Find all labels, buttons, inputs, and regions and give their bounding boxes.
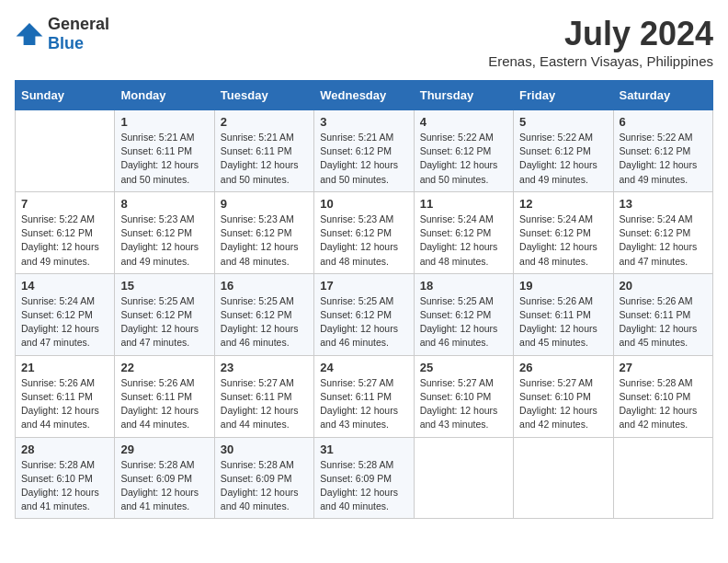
calendar-cell (414, 437, 513, 519)
day-number: 23 (221, 361, 308, 374)
day-daylight: Daylight: 12 hours and 40 minutes. (320, 487, 398, 511)
calendar-week-row: 28 Sunrise: 5:28 AM Sunset: 6:10 PM Dayl… (16, 437, 713, 519)
day-number: 7 (21, 197, 108, 211)
day-daylight: Daylight: 12 hours and 48 minutes. (221, 241, 299, 266)
calendar-cell: 14 Sunrise: 5:24 AM Sunset: 6:12 PM Dayl… (16, 273, 115, 355)
day-sunset: Sunset: 6:12 PM (420, 227, 492, 238)
calendar-week-row: 1 Sunrise: 5:21 AM Sunset: 6:11 PM Dayli… (16, 110, 713, 192)
day-sunset: Sunset: 6:11 PM (120, 145, 192, 156)
day-daylight: Daylight: 12 hours and 50 minutes. (320, 159, 398, 184)
calendar-cell: 8 Sunrise: 5:23 AM Sunset: 6:12 PM Dayli… (115, 191, 214, 273)
calendar-cell: 15 Sunrise: 5:25 AM Sunset: 6:12 PM Dayl… (115, 273, 214, 355)
weekday-header-wednesday: Wednesday (314, 81, 414, 110)
day-sunset: Sunset: 6:10 PM (420, 391, 492, 402)
day-sunrise: Sunrise: 5:21 AM (120, 132, 194, 143)
day-sunrise: Sunrise: 5:21 AM (221, 132, 294, 143)
header: General Blue July 2024 Erenas, Eastern V… (15, 15, 713, 69)
day-daylight: Daylight: 12 hours and 49 minutes. (21, 241, 99, 266)
day-sunset: Sunset: 6:12 PM (519, 227, 591, 238)
day-sunrise: Sunrise: 5:27 AM (320, 377, 393, 388)
day-sunrise: Sunrise: 5:28 AM (620, 377, 693, 388)
day-number: 26 (519, 361, 607, 374)
logo: General Blue (15, 15, 109, 53)
day-number: 20 (620, 279, 707, 293)
calendar-cell: 23 Sunrise: 5:27 AM Sunset: 6:11 PM Dayl… (214, 355, 313, 437)
weekday-header-monday: Monday (115, 81, 214, 110)
day-number: 25 (420, 361, 507, 374)
calendar-cell: 19 Sunrise: 5:26 AM Sunset: 6:11 PM Dayl… (514, 273, 613, 355)
calendar-cell: 7 Sunrise: 5:22 AM Sunset: 6:12 PM Dayli… (16, 191, 115, 273)
calendar-cell: 10 Sunrise: 5:23 AM Sunset: 6:12 PM Dayl… (314, 191, 414, 273)
day-daylight: Daylight: 12 hours and 47 minutes. (21, 323, 99, 348)
calendar-cell: 18 Sunrise: 5:25 AM Sunset: 6:12 PM Dayl… (414, 273, 513, 355)
day-daylight: Daylight: 12 hours and 46 minutes. (320, 323, 398, 348)
weekday-header-tuesday: Tuesday (214, 81, 313, 110)
calendar-cell: 3 Sunrise: 5:21 AM Sunset: 6:12 PM Dayli… (314, 110, 414, 192)
day-number: 22 (120, 361, 208, 374)
day-daylight: Daylight: 12 hours and 48 minutes. (519, 241, 597, 266)
day-number: 8 (120, 197, 208, 211)
calendar-cell (16, 110, 115, 192)
day-sunset: Sunset: 6:12 PM (320, 227, 392, 238)
day-daylight: Daylight: 12 hours and 49 minutes. (120, 241, 199, 266)
day-sunset: Sunset: 6:12 PM (620, 227, 691, 238)
day-sunrise: Sunrise: 5:28 AM (120, 459, 194, 470)
day-sunrise: Sunrise: 5:23 AM (221, 213, 294, 224)
calendar-cell: 11 Sunrise: 5:24 AM Sunset: 6:12 PM Dayl… (414, 191, 513, 273)
day-sunrise: Sunrise: 5:24 AM (21, 295, 95, 306)
day-daylight: Daylight: 12 hours and 42 minutes. (519, 405, 597, 430)
day-sunrise: Sunrise: 5:24 AM (420, 213, 494, 224)
day-daylight: Daylight: 12 hours and 50 minutes. (120, 159, 199, 184)
day-daylight: Daylight: 12 hours and 42 minutes. (620, 405, 698, 430)
day-sunset: Sunset: 6:12 PM (21, 227, 93, 238)
day-daylight: Daylight: 12 hours and 49 minutes. (620, 159, 698, 184)
calendar-cell (514, 437, 613, 519)
day-sunrise: Sunrise: 5:28 AM (21, 459, 95, 470)
day-daylight: Daylight: 12 hours and 50 minutes. (221, 159, 299, 184)
day-sunset: Sunset: 6:12 PM (620, 145, 691, 156)
calendar-cell: 22 Sunrise: 5:26 AM Sunset: 6:11 PM Dayl… (115, 355, 214, 437)
day-daylight: Daylight: 12 hours and 47 minutes. (620, 241, 698, 266)
calendar-table: SundayMondayTuesdayWednesdayThursdayFrid… (15, 80, 713, 519)
day-number: 5 (519, 115, 607, 129)
day-sunrise: Sunrise: 5:28 AM (221, 459, 294, 470)
day-sunrise: Sunrise: 5:27 AM (519, 377, 593, 388)
day-sunset: Sunset: 6:10 PM (21, 473, 93, 484)
calendar-cell: 26 Sunrise: 5:27 AM Sunset: 6:10 PM Dayl… (514, 355, 613, 437)
day-daylight: Daylight: 12 hours and 46 minutes. (221, 323, 299, 348)
day-daylight: Daylight: 12 hours and 41 minutes. (21, 487, 99, 511)
day-sunset: Sunset: 6:12 PM (21, 309, 93, 320)
day-sunset: Sunset: 6:10 PM (620, 391, 691, 402)
day-sunrise: Sunrise: 5:26 AM (120, 377, 194, 388)
day-sunset: Sunset: 6:12 PM (420, 145, 492, 156)
location-subtitle: Erenas, Eastern Visayas, Philippines (488, 53, 713, 69)
calendar-week-row: 21 Sunrise: 5:26 AM Sunset: 6:11 PM Dayl… (16, 355, 713, 437)
calendar-cell: 27 Sunrise: 5:28 AM Sunset: 6:10 PM Dayl… (613, 355, 712, 437)
weekday-header-saturday: Saturday (613, 81, 712, 110)
weekday-header-thursday: Thursday (414, 81, 513, 110)
day-number: 15 (120, 279, 208, 293)
day-sunset: Sunset: 6:09 PM (120, 473, 192, 484)
day-sunset: Sunset: 6:11 PM (320, 391, 392, 402)
calendar-cell: 2 Sunrise: 5:21 AM Sunset: 6:11 PM Dayli… (214, 110, 313, 192)
day-sunset: Sunset: 6:12 PM (320, 145, 392, 156)
day-sunrise: Sunrise: 5:22 AM (519, 132, 593, 143)
calendar-cell: 13 Sunrise: 5:24 AM Sunset: 6:12 PM Dayl… (613, 191, 712, 273)
day-number: 6 (620, 115, 707, 129)
day-daylight: Daylight: 12 hours and 48 minutes. (420, 241, 498, 266)
day-daylight: Daylight: 12 hours and 44 minutes. (221, 405, 299, 430)
svg-marker-0 (17, 23, 43, 45)
calendar-cell: 5 Sunrise: 5:22 AM Sunset: 6:12 PM Dayli… (514, 110, 613, 192)
day-sunset: Sunset: 6:11 PM (620, 309, 691, 320)
day-sunset: Sunset: 6:10 PM (519, 391, 591, 402)
day-number: 2 (221, 115, 308, 129)
day-daylight: Daylight: 12 hours and 45 minutes. (620, 323, 698, 348)
day-sunrise: Sunrise: 5:27 AM (420, 377, 494, 388)
day-sunrise: Sunrise: 5:24 AM (519, 213, 593, 224)
day-sunrise: Sunrise: 5:22 AM (420, 132, 494, 143)
day-daylight: Daylight: 12 hours and 44 minutes. (21, 405, 99, 430)
day-sunrise: Sunrise: 5:23 AM (320, 213, 393, 224)
day-number: 17 (320, 279, 407, 293)
day-daylight: Daylight: 12 hours and 48 minutes. (320, 241, 398, 266)
day-number: 11 (420, 197, 507, 211)
